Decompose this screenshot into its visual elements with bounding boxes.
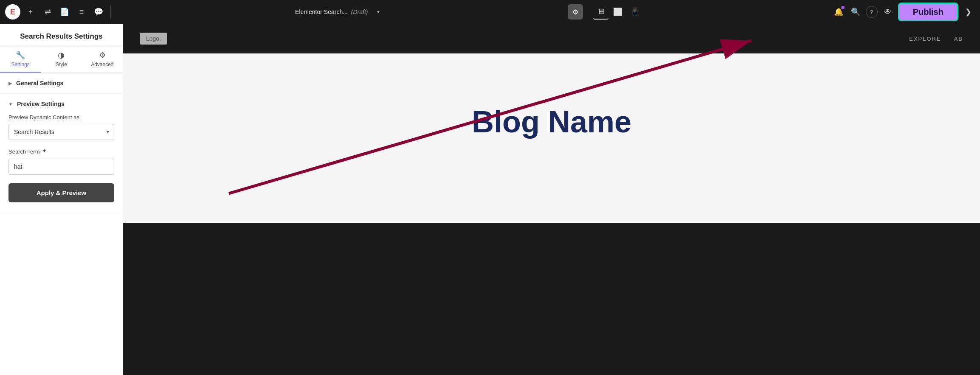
layers-button[interactable]: ≡ [75,5,88,19]
page-title-dropdown[interactable]: ▾ [372,5,385,19]
tab-style[interactable]: ◑ Style [41,45,82,73]
toolbar-right-actions: 🔔 🔍 ? 👁 Publish ❯ [832,3,975,21]
style-tab-label: Style [56,62,67,67]
advanced-tab-icon: ⚙ [99,50,106,60]
preview-header: Logo. EXPLORE AB [123,24,980,53]
preview-button[interactable]: 👁 [881,5,895,19]
preview-settings-arrow: ▼ [8,102,13,106]
desktop-view-button[interactable]: 🖥 [593,4,608,20]
preview-nav: EXPLORE AB [909,36,963,42]
panel-tabs: 🔧 Settings ◑ Style ⚙ Advanced [0,45,123,73]
preview-logo: Logo. [140,33,167,45]
responsive-controls-button[interactable]: ⇌ [41,5,54,19]
view-mode-buttons: 🖥 ⬜ 📱 [593,4,642,20]
elementor-logo[interactable]: E [5,4,20,20]
preview-label: Preview Dynamic Content as [8,114,114,120]
nav-item-ab: AB [954,36,963,42]
top-toolbar: E + ⇌ 📄 ≡ 💬 Elementor Search... (Draft) … [0,0,980,24]
dynamics-icon[interactable]: ✦ [42,148,50,155]
preview-body: Blog Name [123,53,980,223]
panel-title: Search Results Settings [0,24,123,45]
preview-settings-section: ▼ Preview Settings Preview Dynamic Conte… [0,94,123,211]
comments-button[interactable]: 💬 [92,5,105,19]
apply-preview-button[interactable]: Apply & Preview [8,183,114,202]
general-settings-title: General Settings [16,80,63,87]
page-title-area: Elementor Search... (Draft) ▾ [295,5,385,19]
nav-item-explore: EXPLORE [909,36,941,42]
toolbar-separator-1 [110,5,111,19]
page-name: Elementor Search... [295,8,348,15]
preview-select[interactable]: Search Results Front Page Category Tag [8,124,114,140]
notifications-button[interactable]: 🔔 [832,5,845,19]
preview-select-wrapper: Search Results Front Page Category Tag ▾ [8,124,114,140]
settings-tab-icon: 🔧 [16,50,25,60]
advanced-tab-label: Advanced [91,62,113,67]
preview-settings-title: Preview Settings [17,101,65,107]
blog-name-heading: Blog Name [472,104,631,139]
preview-content: Logo. EXPLORE AB Blog Name [123,24,980,375]
page-settings-button[interactable]: ⚙ [568,4,583,20]
search-term-input[interactable] [8,159,114,175]
tablet-view-button[interactable]: ⬜ [610,4,625,20]
search-term-label: Search Term ✦ [8,148,114,155]
general-settings-arrow: ▶ [8,81,12,86]
mobile-view-button[interactable]: 📱 [627,4,642,20]
preview-settings-body: Preview Dynamic Content as Search Result… [0,114,123,211]
search-button[interactable]: 🔍 [849,5,862,19]
tab-advanced[interactable]: ⚙ Advanced [82,45,123,73]
preview-settings-header[interactable]: ▼ Preview Settings [0,94,123,114]
publish-dropdown-button[interactable]: ❯ [962,3,975,21]
left-panel: Search Results Settings 🔧 Settings ◑ Sty… [0,24,123,375]
add-element-button[interactable]: + [24,5,37,19]
tab-settings[interactable]: 🔧 Settings [0,45,41,73]
navigator-button[interactable]: 📄 [58,5,71,19]
settings-tab-label: Settings [11,62,29,67]
canvas-area: Logo. EXPLORE AB Blog Name [123,24,980,375]
help-button[interactable]: ? [866,6,878,18]
panel-content: ▶ General Settings ▼ Preview Settings Pr… [0,73,123,375]
style-tab-icon: ◑ [58,50,65,60]
main-layout: Search Results Settings 🔧 Settings ◑ Sty… [0,24,980,375]
general-settings-header[interactable]: ▶ General Settings [0,73,123,93]
draft-label: (Draft) [351,8,368,15]
general-settings-section: ▶ General Settings [0,73,123,94]
publish-button[interactable]: Publish [898,3,958,21]
